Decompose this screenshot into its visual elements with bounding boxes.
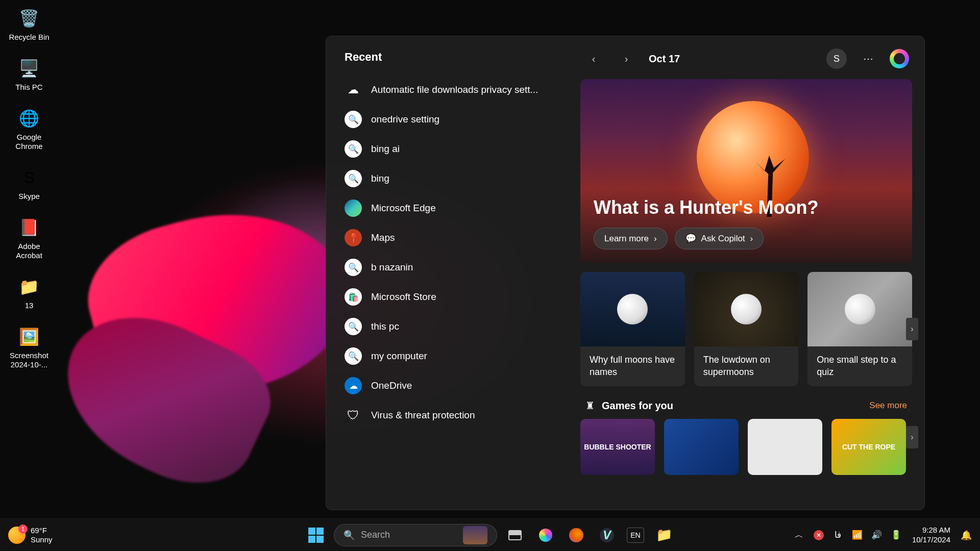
recent-item[interactable]: 🔍my computer — [335, 341, 567, 371]
flyout-more-button[interactable]: ⋯ — [859, 48, 877, 69]
search-flyout: Recent ☁Automatic file downloads privacy… — [326, 36, 925, 510]
recent-item[interactable]: 📍Maps — [335, 223, 567, 253]
see-more-link[interactable]: See more — [869, 400, 907, 411]
maps-icon: 📍 — [345, 229, 362, 246]
recent-item-label: bing — [371, 173, 389, 184]
desktop-icon[interactable]: 🌐Google Chrome — [6, 104, 52, 153]
game-tile[interactable] — [664, 419, 739, 475]
recent-item[interactable]: Microsoft Edge — [335, 193, 567, 223]
copilot-icon[interactable] — [890, 49, 909, 68]
flyout-date: Oct 17 — [649, 53, 680, 65]
chat-icon: 💬 — [685, 233, 696, 244]
start-button[interactable] — [303, 522, 329, 548]
learn-more-button[interactable]: Learn more › — [594, 228, 668, 249]
game-tile[interactable]: CUT THE ROPE — [831, 419, 906, 475]
info-card[interactable]: One small step to a quiz — [807, 272, 912, 386]
scroll-right-button[interactable]: › — [906, 426, 918, 448]
app-v-button[interactable]: V — [594, 522, 620, 548]
card-thumbnail — [694, 272, 799, 346]
app-icon: 🖥️ — [17, 56, 41, 81]
desktop-icon[interactable]: 🖼️Screenshot 2024-10-... — [6, 322, 52, 371]
desktop-icon[interactable]: 🗑️Recycle Bin — [6, 4, 52, 44]
app-icon: 📕 — [17, 215, 41, 240]
recent-item[interactable]: 🔍b nazanin — [335, 253, 567, 282]
tray-chevron-button[interactable]: ︿ — [791, 524, 808, 546]
app-icon: 🗑️ — [17, 6, 41, 31]
info-card[interactable]: The lowdown on supermoons — [694, 272, 799, 386]
game-tile[interactable] — [748, 419, 822, 475]
chevron-right-icon: › — [654, 234, 657, 244]
cloud-icon: ☁ — [345, 81, 362, 98]
weather-condition: Sunny — [31, 535, 53, 544]
search-icon: 🔍 — [345, 111, 362, 128]
taskbar: 1 69°F Sunny 🔍 Search V EN 📁 ︿ ✕ فا 📶 🔊 … — [0, 518, 980, 551]
recent-item[interactable]: ☁Automatic file downloads privacy sett..… — [335, 75, 567, 105]
recent-item-label: Microsoft Store — [371, 291, 436, 303]
search-icon: 🔍 — [344, 530, 355, 541]
onedrive-icon: ☁ — [345, 377, 362, 394]
firefox-button[interactable] — [564, 522, 589, 548]
card-thumbnail — [807, 272, 912, 346]
windows-logo-icon — [308, 528, 324, 543]
recent-item[interactable]: 🔍bing ai — [335, 134, 567, 164]
learn-more-label: Learn more — [604, 234, 649, 244]
recent-item-label: Microsoft Edge — [371, 203, 436, 214]
app-icon: 📁 — [17, 274, 41, 299]
prev-day-button[interactable]: ‹ — [583, 48, 604, 69]
desktop-icon[interactable]: 🖥️This PC — [6, 54, 52, 94]
chess-icon: ♜ — [585, 399, 595, 412]
wifi-icon[interactable]: 📶 — [849, 524, 866, 546]
recent-item[interactable]: 🔍this pc — [335, 312, 567, 341]
search-icon: 🔍 — [345, 347, 362, 365]
file-explorer-button[interactable]: 📁 — [651, 522, 677, 548]
notifications-button[interactable]: 🔔 — [958, 524, 975, 546]
app-icon: 🖼️ — [17, 324, 41, 349]
recent-item-label: onedrive setting — [371, 114, 439, 125]
recent-item[interactable]: 🔍bing — [335, 164, 567, 193]
sun-icon: 1 — [8, 527, 26, 544]
card-thumbnail — [580, 272, 685, 346]
search-doodle-icon — [463, 526, 487, 544]
taskbar-clock[interactable]: 9:28 AM 10/17/2024 — [907, 525, 955, 545]
battery-icon[interactable]: 🔋 — [888, 524, 905, 546]
icon-label: Recycle Bin — [9, 33, 49, 42]
desktop-icon[interactable]: 📁13 — [6, 272, 52, 312]
recent-item[interactable]: ☁OneDrive — [335, 371, 567, 400]
app-icon: 🌐 — [17, 106, 41, 131]
language-en-button[interactable]: EN — [627, 528, 644, 543]
tray-security-icon[interactable]: ✕ — [810, 524, 827, 546]
edge-icon — [345, 199, 362, 217]
weather-temp: 69°F — [31, 526, 53, 535]
recent-heading: Recent — [345, 51, 382, 64]
task-view-button[interactable] — [502, 522, 528, 548]
search-placeholder: Search — [361, 530, 457, 540]
icon-label: 13 — [25, 301, 34, 310]
game-tile[interactable]: BUBBLE SHOOTER — [580, 419, 655, 475]
info-card[interactable]: Why full moons have names — [580, 272, 685, 386]
search-icon: 🔍 — [345, 259, 362, 276]
next-day-button[interactable]: › — [616, 48, 636, 69]
recent-item-label: bing ai — [371, 143, 400, 155]
icon-label: Skype — [18, 192, 40, 201]
icon-label: This PC — [15, 83, 42, 92]
copilot-taskbar-button[interactable] — [533, 522, 558, 548]
recent-item[interactable]: 🛍️Microsoft Store — [335, 282, 567, 312]
clock-time: 9:28 AM — [912, 525, 950, 535]
hero-title: What is a Hunter's Moon? — [594, 197, 899, 218]
recent-item[interactable]: 🛡Virus & threat protection — [335, 400, 567, 430]
ask-copilot-button[interactable]: 💬 Ask Copilot › — [675, 228, 764, 249]
desktop-icon[interactable]: 📕Adobe Acrobat — [6, 213, 52, 262]
icon-label: Adobe Acrobat — [8, 242, 50, 260]
scroll-right-button[interactable]: › — [906, 318, 918, 340]
taskbar-search-input[interactable]: 🔍 Search — [334, 524, 497, 546]
desktop-icon[interactable]: SSkype — [6, 163, 52, 203]
language-fa-button[interactable]: فا — [829, 524, 847, 546]
weather-widget[interactable]: 1 69°F Sunny — [0, 526, 61, 544]
search-icon: 🔍 — [345, 318, 362, 335]
volume-icon[interactable]: 🔊 — [868, 524, 886, 546]
ask-copilot-label: Ask Copilot — [701, 234, 745, 244]
account-avatar[interactable]: S — [826, 48, 847, 69]
hero-card[interactable]: What is a Hunter's Moon? Learn more › 💬 … — [580, 79, 912, 263]
recent-item[interactable]: 🔍onedrive setting — [335, 105, 567, 134]
app-icon: S — [17, 165, 41, 190]
